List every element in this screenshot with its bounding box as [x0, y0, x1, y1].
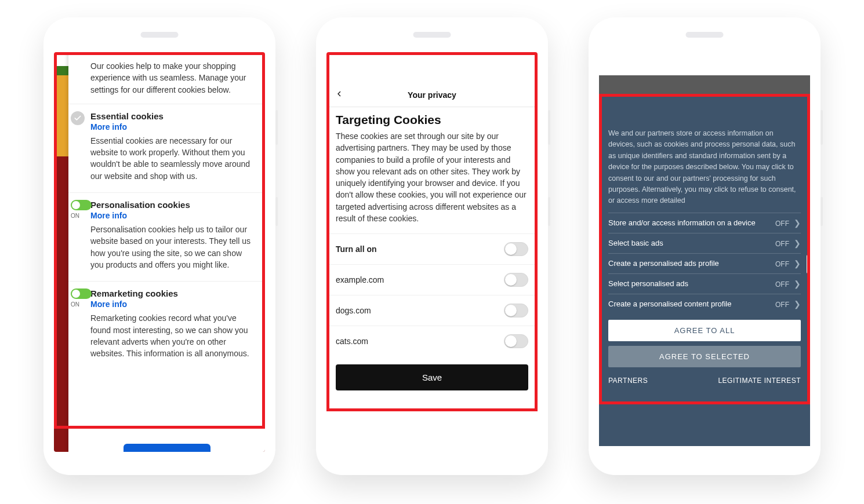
intro-text: We and our partners store or access info…	[608, 128, 801, 207]
screen-2: Your privacy Targeting Cookies These coo…	[326, 52, 538, 452]
section-body: Personalisation cookies help us to tailo…	[90, 224, 255, 271]
more-info-link[interactable]: More info	[90, 300, 255, 309]
toggle-switch[interactable]	[71, 288, 92, 299]
save-button[interactable]: Save	[336, 364, 528, 390]
page-heading: Targeting Cookies	[326, 107, 538, 130]
section-essential-cookies: Essential cookies More info Essential co…	[68, 104, 265, 193]
toggle-switch[interactable]	[71, 200, 92, 210]
consent-dialog: We and our partners store or access info…	[599, 96, 810, 446]
agree-to-all-button[interactable]: AGREE TO ALL	[608, 320, 801, 341]
description-text: These cookies are set through our site b…	[326, 130, 538, 233]
item-state: OFF	[775, 220, 789, 228]
phone-mockup-3: We and our partners store or access info…	[589, 17, 821, 475]
consent-item[interactable]: Select personalised ads OFF❯	[608, 273, 801, 294]
section-title: Essential cookies	[90, 111, 255, 121]
row-label: example.com	[336, 275, 384, 284]
section-remarketing-cookies: ON Remarketing cookies More info Remarke…	[68, 282, 265, 370]
row-label: cats.com	[336, 337, 368, 346]
legitimate-interest-link[interactable]: LEGITIMATE INTEREST	[718, 377, 801, 385]
chevron-right-icon: ❯	[794, 279, 801, 288]
screen-3: We and our partners store or access info…	[599, 52, 810, 452]
item-state: OFF	[775, 240, 789, 248]
consent-item[interactable]: Create a personalised ads profile OFF❯	[608, 253, 801, 273]
consent-item[interactable]: Create a personalised content profile OF…	[608, 294, 801, 314]
row-label: dogs.com	[336, 306, 371, 315]
partners-link[interactable]: PARTNERS	[608, 377, 648, 385]
row-label: Turn all on	[336, 244, 377, 254]
toggle-switch[interactable]	[504, 334, 528, 348]
phone-mockup-1: Our cookies help to make your shopping e…	[43, 17, 275, 475]
item-label: Select basic ads	[608, 239, 663, 247]
toggle-switch[interactable]	[504, 304, 528, 317]
item-label: Create a personalised content profile	[608, 300, 731, 308]
more-info-link[interactable]: More info	[90, 122, 255, 132]
scrollbar-thumb[interactable]	[807, 255, 809, 273]
more-info-link[interactable]: More info	[90, 211, 255, 220]
agree-to-selected-button[interactable]: AGREE TO SELECTED	[608, 346, 801, 367]
header-bar: Your privacy	[326, 83, 538, 107]
toggle-state-label: ON	[71, 213, 92, 219]
item-label: Create a personalised ads profile	[608, 259, 719, 268]
toggle-switch[interactable]	[504, 242, 528, 256]
screen-1: Our cookies help to make your shopping e…	[54, 52, 265, 452]
cookie-settings-panel: Our cookies help to make your shopping e…	[68, 52, 265, 452]
item-label: Select personalised ads	[608, 279, 688, 288]
section-body: Essential cookies are necessary for our …	[90, 135, 255, 182]
header-title: Your privacy	[335, 90, 529, 100]
chevron-right-icon: ❯	[794, 218, 801, 228]
item-state: OFF	[775, 260, 789, 268]
section-title: Personalisation cookies	[90, 200, 255, 210]
item-state: OFF	[775, 280, 789, 288]
chevron-right-icon: ❯	[794, 239, 801, 248]
item-label: Store and/or access information on a dev…	[608, 218, 756, 227]
phone-mockup-2: Your privacy Targeting Cookies These coo…	[316, 17, 548, 475]
check-icon	[71, 111, 85, 125]
save-button[interactable]	[124, 444, 210, 452]
toggle-row-domain: example.com	[326, 264, 538, 295]
toggle-row-turn-all-on: Turn all on	[326, 233, 538, 264]
toggle-row-domain: cats.com	[326, 326, 538, 356]
chevron-right-icon: ❯	[794, 300, 801, 309]
section-body: Remarketing cookies record what you've f…	[90, 312, 255, 359]
toggle-row-domain: dogs.com	[326, 295, 538, 326]
chevron-right-icon: ❯	[794, 259, 801, 268]
consent-item[interactable]: Select basic ads OFF❯	[608, 233, 801, 253]
toggle-state-label: ON	[71, 301, 92, 308]
section-personalisation-cookies: ON Personalisation cookies More info Per…	[68, 193, 265, 282]
toggle-switch[interactable]	[504, 273, 528, 287]
item-state: OFF	[775, 301, 789, 309]
intro-text: Our cookies help to make your shopping e…	[68, 52, 265, 104]
consent-item[interactable]: Store and/or access information on a dev…	[608, 213, 801, 233]
section-title: Remarketing cookies	[90, 288, 255, 298]
